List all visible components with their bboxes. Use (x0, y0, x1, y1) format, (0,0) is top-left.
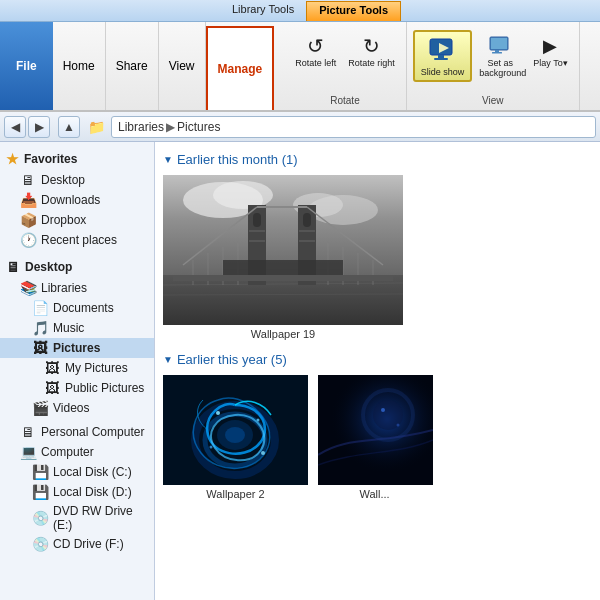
downloads-icon: 📥 (20, 192, 36, 208)
nav-path-sep1: ▶ (166, 120, 175, 134)
recent-places-icon: 🕐 (20, 232, 36, 248)
ribbon: File Home Share View Manage ↺ Rotate lef… (0, 22, 600, 112)
sidebar-item-recent-places[interactable]: 🕐 Recent places (0, 230, 154, 250)
desktop-icon: 🖥 (20, 172, 36, 188)
wallpaper2-label: Wallpaper 2 (206, 488, 264, 500)
dropbox-icon: 📦 (20, 212, 36, 228)
desktop-header-icon: 🖥 (6, 259, 20, 275)
up-button[interactable]: ▲ (58, 116, 80, 138)
public-pictures-icon: 🖼 (44, 380, 60, 396)
svg-rect-21 (299, 240, 315, 242)
sidebar-item-downloads[interactable]: 📥 Downloads (0, 190, 154, 210)
tab-view[interactable]: View (159, 22, 206, 110)
sidebar-item-videos[interactable]: 🎬 Videos (0, 398, 154, 418)
libraries-icon: 📚 (20, 280, 36, 296)
svg-rect-1 (438, 55, 444, 58)
sidebar-item-cd-drive[interactable]: 💿 CD Drive (F:) (0, 534, 154, 554)
sidebar-item-dvd-rw[interactable]: 💿 DVD RW Drive (E:) (0, 502, 154, 534)
svg-point-51 (397, 424, 400, 427)
sidebar: ★ Favorites 🖥 Desktop 📥 Downloads 📦 Drop… (0, 142, 155, 600)
sidebar-item-music[interactable]: 🎵 Music (0, 318, 154, 338)
svg-point-43 (257, 419, 260, 422)
dvd-rw-icon: 💿 (32, 510, 48, 526)
sidebar-item-computer[interactable]: 💻 Computer (0, 442, 154, 462)
file-button[interactable]: File (0, 22, 53, 110)
svg-rect-20 (299, 230, 315, 232)
svg-rect-19 (249, 240, 265, 242)
local-disk-d-icon: 💾 (32, 484, 48, 500)
nav-path[interactable]: Libraries ▶ Pictures (111, 116, 596, 138)
sidebar-item-documents[interactable]: 📄 Documents (0, 298, 154, 318)
svg-point-41 (225, 427, 245, 443)
wallpaper2-image (163, 375, 308, 485)
section-label-this-year: Earlier this year (5) (177, 352, 287, 367)
rotate-section-label: Rotate (330, 95, 359, 106)
slideshow-button[interactable]: Slide show (413, 30, 473, 82)
rotate-right-button[interactable]: ↻ Rotate right (343, 30, 400, 72)
my-pictures-icon: 🖼 (44, 360, 60, 376)
play-to-button[interactable]: ▶ Play To▾ (528, 30, 572, 72)
rotate-left-button[interactable]: ↺ Rotate left (290, 30, 341, 72)
section-header-this-month[interactable]: ▼ Earlier this month (1) (163, 152, 592, 167)
svg-rect-35 (173, 275, 393, 281)
nav-bar: ◀ ▶ ▲ 📁 Libraries ▶ Pictures (0, 112, 600, 142)
svg-point-44 (210, 446, 213, 449)
set-background-icon (488, 34, 512, 58)
sidebar-item-my-pictures[interactable]: 🖼 My Pictures (0, 358, 154, 378)
svg-rect-13 (163, 275, 403, 325)
play-to-icon: ▶ (538, 34, 562, 58)
svg-point-50 (381, 408, 385, 412)
section-arrow-this-year: ▼ (163, 354, 173, 365)
svg-rect-5 (495, 50, 499, 52)
personal-computer-icon: 🖥 (20, 424, 36, 440)
thumb-grid-this-year: Wallpaper 2 (163, 375, 592, 500)
tab-share[interactable]: Share (106, 22, 159, 110)
tab-home[interactable]: Home (53, 22, 106, 110)
main-area: ★ Favorites 🖥 Desktop 📥 Downloads 📦 Drop… (0, 142, 600, 600)
svg-point-45 (261, 451, 265, 455)
wall-partial-label: Wall... (359, 488, 389, 500)
tab-library-tools[interactable]: Library Tools (220, 1, 306, 21)
wall-partial-image (318, 375, 433, 485)
content-area: ▼ Earlier this month (1) (155, 142, 600, 600)
wallpaper19-label: Wallpaper 19 (251, 328, 315, 340)
set-background-button[interactable]: Set as background (474, 30, 526, 82)
nav-path-pictures: Pictures (177, 120, 220, 134)
documents-icon: 📄 (32, 300, 48, 316)
thumb-item-wallpaper19[interactable]: Wallpaper 19 (163, 175, 403, 340)
view-section-label: View (482, 95, 504, 106)
music-icon: 🎵 (32, 320, 48, 336)
favorites-star-icon: ★ (6, 151, 19, 167)
svg-rect-7 (491, 38, 507, 49)
svg-rect-18 (249, 230, 265, 232)
sidebar-item-personal-computer[interactable]: 🖥 Personal Computer (0, 422, 154, 442)
section-arrow-this-month: ▼ (163, 154, 173, 165)
thumb-item-wall-partial[interactable]: Wall... (316, 375, 433, 500)
sidebar-item-pictures[interactable]: 🖼 Pictures (0, 338, 154, 358)
ribbon-section-rotate: ↺ Rotate left ↻ Rotate right Rotate (284, 22, 407, 110)
svg-rect-23 (303, 213, 311, 227)
rotate-left-icon: ↺ (304, 34, 328, 58)
ribbon-tabs-bar: Library Tools Picture Tools (0, 0, 600, 22)
forward-button[interactable]: ▶ (28, 116, 50, 138)
ribbon-section-view: Slide show Set as background ▶ Play To▾ (407, 22, 580, 110)
pictures-icon: 🖼 (32, 340, 48, 356)
svg-point-42 (216, 411, 220, 415)
section-header-this-year[interactable]: ▼ Earlier this year (5) (163, 352, 592, 367)
sidebar-item-dropbox[interactable]: 📦 Dropbox (0, 210, 154, 230)
back-button[interactable]: ◀ (4, 116, 26, 138)
svg-rect-6 (492, 52, 502, 54)
sidebar-item-desktop[interactable]: 🖥 Desktop (0, 170, 154, 190)
tab-manage[interactable]: Manage (206, 26, 275, 110)
sidebar-item-public-pictures[interactable]: 🖼 Public Pictures (0, 378, 154, 398)
wallpaper19-image (163, 175, 403, 325)
sidebar-item-local-disk-c[interactable]: 💾 Local Disk (C:) (0, 462, 154, 482)
sidebar-item-libraries[interactable]: 📚 Libraries (0, 278, 154, 298)
thumb-grid-this-month: Wallpaper 19 (163, 175, 592, 340)
thumb-item-wallpaper2[interactable]: Wallpaper 2 (163, 375, 308, 500)
slideshow-icon (427, 35, 459, 67)
tab-picture-tools[interactable]: Picture Tools (306, 1, 401, 21)
sidebar-item-local-disk-d[interactable]: 💾 Local Disk (D:) (0, 482, 154, 502)
section-label-this-month: Earlier this month (1) (177, 152, 298, 167)
sidebar-favorites-header: ★ Favorites (0, 148, 154, 170)
